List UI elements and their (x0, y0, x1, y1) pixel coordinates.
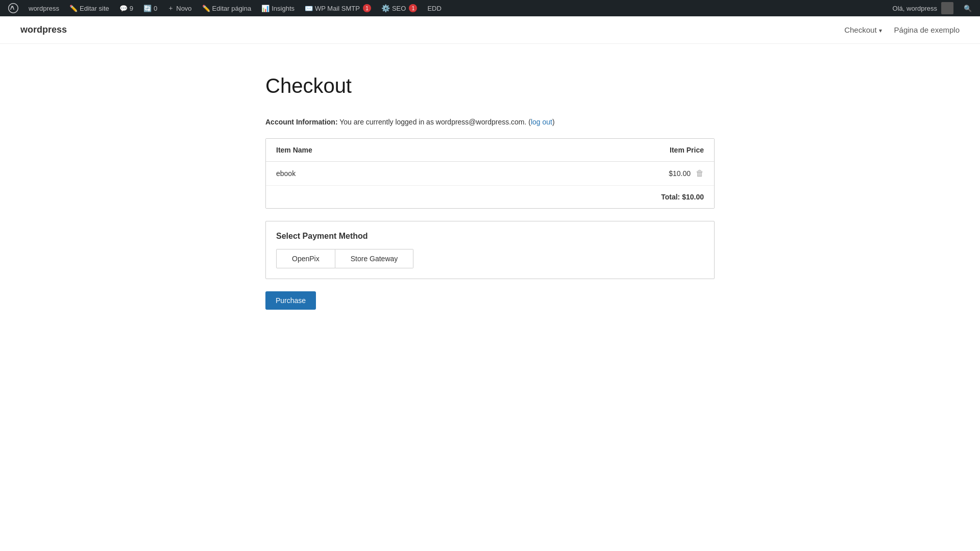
edit-page-icon: ✏️ (202, 5, 210, 12)
cart-table-header: Item Name Item Price (266, 139, 714, 162)
payment-method-openpix[interactable]: OpenPix (276, 249, 335, 268)
admin-bar-greeting: Olá, wordpress (889, 2, 958, 14)
admin-bar-edit-page[interactable]: ✏️ Editar página (198, 0, 256, 16)
payment-section: Select Payment Method OpenPix Store Gate… (265, 221, 715, 279)
edit-site-icon: ✏️ (69, 5, 78, 12)
payment-section-title: Select Payment Method (276, 232, 704, 241)
table-row: ebook $10.00 🗑 (266, 162, 714, 186)
admin-bar-comments[interactable]: 💬 9 (115, 0, 137, 16)
search-icon: 🔍 (964, 5, 972, 12)
avatar (941, 2, 953, 14)
smtp-label: WP Mail SMTP (315, 5, 360, 12)
admin-bar-search[interactable]: 🔍 (960, 0, 976, 16)
payment-methods: OpenPix Store Gateway (276, 249, 704, 268)
smtp-icon: ✉️ (305, 5, 313, 12)
plus-icon: ＋ (167, 4, 174, 13)
new-label: Novo (176, 5, 191, 12)
main-content: Checkout Account Information: You are cu… (245, 74, 735, 310)
seo-badge: 1 (409, 4, 417, 12)
site-logo[interactable]: wordpress (20, 24, 67, 35)
insights-icon: 📊 (261, 5, 270, 12)
wordpress-site-link: wordpress (29, 5, 59, 12)
nav-example-label: Página de exemplo (894, 26, 960, 34)
seo-icon: ⚙️ (381, 4, 390, 12)
insights-label: Insights (272, 5, 295, 12)
total-value: Total: $10.00 (661, 193, 704, 201)
col-header-name: Item Name (276, 146, 670, 154)
greeting-text: Olá, wordpress (893, 5, 937, 12)
col-header-price: Item Price (670, 146, 704, 154)
admin-bar-wordpress[interactable]: wordpress (24, 0, 63, 16)
item-name: ebook (276, 169, 669, 178)
chevron-down-icon (879, 26, 882, 34)
admin-bar-new[interactable]: ＋ Novo (163, 0, 195, 16)
payment-method-store-gateway[interactable]: Store Gateway (335, 249, 414, 268)
site-nav: wordpress Checkout Página de exemplo (0, 16, 980, 44)
nav-item-example[interactable]: Página de exemplo (894, 26, 960, 34)
seo-label: SEO (392, 5, 406, 12)
item-price: $10.00 🗑 (669, 169, 704, 178)
admin-bar-seo[interactable]: ⚙️ SEO 1 (377, 0, 421, 16)
nav-menu: Checkout Página de exemplo (844, 26, 960, 34)
cart-total: Total: $10.00 (266, 186, 714, 208)
nav-item-checkout[interactable]: Checkout (844, 26, 881, 34)
admin-bar-revisions[interactable]: 🔄 0 (139, 0, 161, 16)
item-price-value: $10.00 (669, 169, 691, 178)
admin-bar: wordpress ✏️ Editar site 💬 9 🔄 0 ＋ Novo … (0, 0, 980, 16)
edd-label: EDD (427, 5, 441, 12)
delete-item-icon[interactable]: 🗑 (696, 169, 704, 178)
logout-link[interactable]: log out (531, 118, 552, 126)
admin-bar-insights[interactable]: 📊 Insights (257, 0, 299, 16)
admin-bar-edit-site[interactable]: ✏️ Editar site (65, 0, 113, 16)
admin-bar-smtp[interactable]: ✉️ WP Mail SMTP 1 (301, 0, 375, 16)
admin-bar-wp-logo[interactable] (4, 0, 22, 16)
account-info-message: You are currently logged in as wordpress… (339, 118, 526, 126)
comments-count: 9 (130, 5, 133, 12)
edit-site-label: Editar site (80, 5, 109, 12)
nav-checkout-label: Checkout (844, 26, 876, 34)
admin-bar-edd[interactable]: EDD (423, 0, 445, 16)
comments-icon: 💬 (119, 5, 128, 12)
revisions-count: 0 (154, 5, 157, 12)
wordpress-icon (8, 3, 18, 13)
edit-page-label: Editar página (212, 5, 252, 12)
purchase-button[interactable]: Purchase (265, 291, 316, 310)
smtp-badge: 1 (363, 4, 371, 12)
page-title: Checkout (265, 74, 715, 97)
account-info-label: Account Information: (265, 118, 338, 126)
revisions-icon: 🔄 (143, 5, 152, 12)
account-info: Account Information: You are currently l… (265, 118, 715, 126)
cart-table: Item Name Item Price ebook $10.00 🗑 Tota… (265, 138, 715, 209)
site-wrapper: wordpress Checkout Página de exemplo Che… (0, 16, 980, 310)
